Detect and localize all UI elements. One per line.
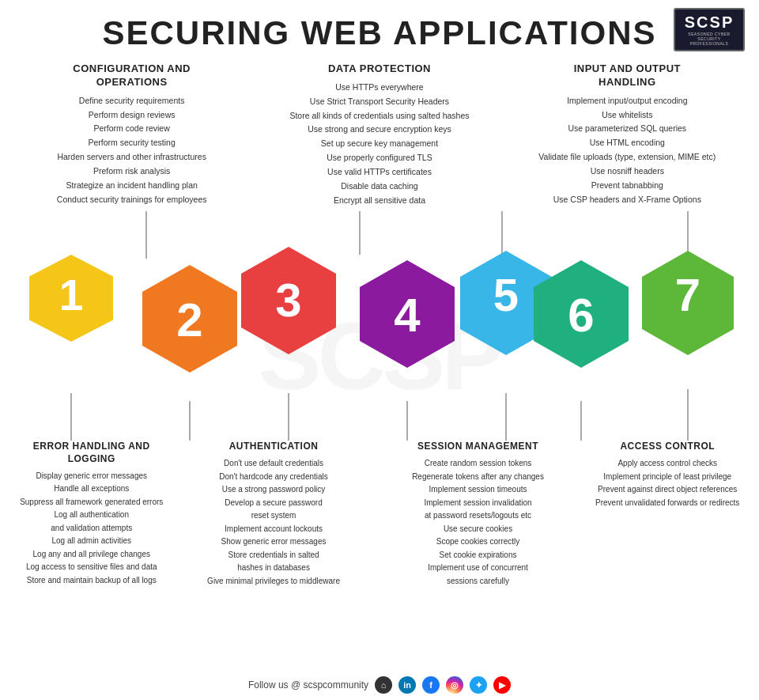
top-col-3: INPUT AND OUTPUTHANDLING Implement input…	[515, 62, 738, 207]
svg-text:3: 3	[275, 274, 301, 327]
linkedin-icon[interactable]: in	[398, 676, 416, 694]
svg-text:4: 4	[394, 289, 421, 342]
bcol3-items: Create random session tokens Regenerate …	[374, 457, 582, 588]
bcol2-title: AUTHENTICATION	[177, 441, 370, 453]
logo: SCSP SEASONED CYBERSECURITYPROFESSIONALS	[674, 8, 745, 51]
bcol1-title: ERROR HANDLING ANDLOGGING	[9, 441, 173, 465]
bottom-columns: ERROR HANDLING ANDLOGGING Display generi…	[0, 441, 759, 588]
top-col-1: CONFIGURATION ANDOPERATIONS Define secur…	[21, 62, 244, 207]
page-title: SECURING WEB APPLICATIONS	[0, 14, 759, 52]
bcol2-items: Don't use default credentials Don't hard…	[177, 457, 370, 588]
facebook-icon[interactable]: f	[422, 676, 440, 694]
svg-text:6: 6	[568, 289, 594, 342]
twitter-icon[interactable]: ✦	[470, 676, 487, 694]
bottom-col-3: SESSION MANAGEMENT Create random session…	[374, 441, 582, 588]
bottom-col-2: AUTHENTICATION Don't use default credent…	[177, 441, 370, 588]
col2-title: DATA PROTECTION	[268, 62, 491, 76]
github-icon[interactable]: ⌂	[375, 676, 392, 694]
bcol3-title: SESSION MANAGEMENT	[374, 441, 582, 453]
top-col-2: DATA PROTECTION Use HTTPs everywhere Use…	[268, 62, 491, 207]
svg-text:7: 7	[675, 269, 700, 320]
col1-items: Define security requirements Perform des…	[21, 94, 244, 207]
bcol4-items: Apply access control checks Implement pr…	[586, 457, 750, 509]
col2-items: Use HTTPs everywhere Use Strict Transpor…	[268, 81, 491, 208]
col3-title: INPUT AND OUTPUTHANDLING	[515, 62, 738, 89]
bottom-col-1: ERROR HANDLING ANDLOGGING Display generi…	[9, 441, 173, 588]
hex-section: 1 2 3 4 5 6 7	[0, 211, 759, 441]
header: SECURING WEB APPLICATIONS SCSP SEASONED …	[0, 0, 759, 59]
youtube-icon[interactable]: ▶	[493, 676, 511, 694]
footer: Follow us @ scspcommunity ⌂ in f ◎ ✦ ▶	[0, 676, 759, 694]
bcol4-title: ACCESS CONTROL	[586, 441, 750, 453]
logo-tagline: SEASONED CYBERSECURITYPROFESSIONALS	[688, 32, 730, 46]
svg-text:2: 2	[176, 293, 202, 346]
svg-text:5: 5	[493, 269, 519, 320]
logo-brand: SCSP	[685, 13, 734, 32]
col3-items: Implement input/output encoding Use whit…	[515, 94, 738, 207]
bottom-col-4: ACCESS CONTROL Apply access control chec…	[586, 441, 750, 588]
instagram-icon[interactable]: ◎	[446, 676, 463, 694]
top-columns: CONFIGURATION ANDOPERATIONS Define secur…	[0, 62, 759, 207]
footer-text: Follow us @ scspcommunity	[248, 679, 368, 691]
svg-text:1: 1	[59, 271, 84, 320]
bcol1-items: Display generic error messages Handle al…	[9, 470, 173, 588]
col1-title: CONFIGURATION ANDOPERATIONS	[21, 62, 244, 89]
hex-svg: 1 2 3 4 5 6 7	[0, 211, 759, 441]
